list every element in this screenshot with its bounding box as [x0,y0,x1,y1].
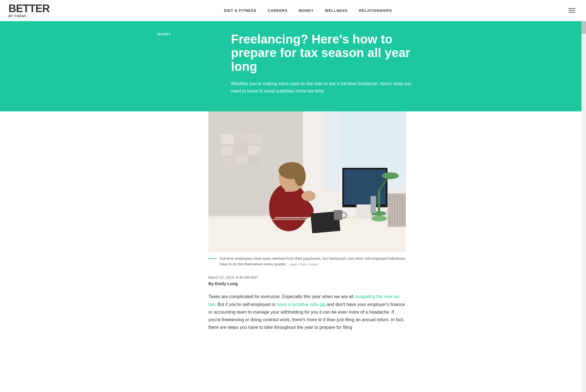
main-nav: DIET & FITNESS CAREERS MONEY WELLNESS RE… [224,8,392,13]
svg-rect-27 [378,190,380,213]
svg-point-31 [371,216,387,221]
article-left-column [135,111,208,348]
nav-diet-fitness[interactable]: DIET & FITNESS [224,8,256,13]
hero-right-column: Freelancing? Here's how to prepare for t… [231,32,428,94]
svg-rect-36 [391,195,393,226]
hamburger-menu[interactable] [566,6,578,15]
hamburger-line-3 [569,12,575,13]
nav-careers[interactable]: CAREERS [268,8,288,13]
hamburger-line-2 [569,10,575,11]
svg-rect-37 [394,195,396,226]
logo-by-today-text: by TODAY [8,14,50,18]
svg-rect-40 [402,195,403,226]
svg-rect-13 [249,157,259,164]
svg-rect-38 [396,195,398,226]
svg-point-21 [301,191,316,201]
svg-rect-43 [356,204,372,219]
nav-money[interactable]: MONEY [299,8,314,13]
article-title: Freelancing? Here's how to prepare for t… [231,32,428,73]
svg-point-26 [382,172,399,179]
body-text-2: . But if you're self-employed or [215,302,277,307]
svg-rect-44 [371,196,376,213]
logo[interactable]: BETTER by TODAY [8,3,50,18]
article-author: By Emily Long [208,281,406,286]
caption-line-decoration [208,258,217,259]
logo-better-text: BETTER [8,3,50,14]
body-link-side-gig[interactable]: have a lucrative side gig [277,302,325,307]
nav-relationships[interactable]: RELATIONSHIPS [359,8,392,13]
svg-rect-14 [208,216,406,252]
article-body-text: Taxes are complicated for everyone. Espe… [208,293,406,331]
article-main-content: Full-time employees have taxes withheld … [208,111,406,348]
svg-marker-3 [340,111,406,173]
svg-rect-39 [399,195,401,226]
svg-rect-35 [389,195,391,226]
svg-rect-11 [222,158,233,166]
svg-rect-7 [221,147,233,156]
hero-section: MONEY Freelancing? Here's how to prepare… [0,21,586,111]
image-credit-text: vgajic / Getty Images [289,263,318,266]
svg-rect-10 [248,146,260,154]
svg-rect-8 [235,145,246,153]
article-date: March 22, 2019, 8:40 AM MDT [208,275,406,279]
hero-left-column: MONEY [158,32,231,94]
image-caption-area: Full-time employees have taxes withheld … [208,252,406,272]
page: MONEY Freelancing? Here's how to prepare… [0,0,586,348]
svg-rect-12 [235,155,247,164]
body-text-1: Taxes are complicated for everyone. Espe… [208,294,354,299]
header: BETTER by TODAY DIET & FITNESS CAREERS M… [0,0,586,21]
svg-point-20 [294,166,306,186]
svg-rect-5 [221,134,234,144]
svg-rect-6 [236,133,247,141]
nav-wellness[interactable]: WELLNESS [325,8,347,13]
svg-rect-9 [249,134,261,143]
article-image-wrapper [208,111,406,252]
svg-rect-30 [272,219,317,220]
svg-rect-33 [334,210,342,220]
article-body: Full-time employees have taxes withheld … [124,111,462,348]
article-image [208,111,406,252]
breadcrumb: MONEY [158,32,231,36]
scrollbar[interactable] [581,0,586,348]
hamburger-line-1 [569,8,575,9]
svg-rect-41 [404,195,406,226]
article-subtitle: Whether you're making extra cash on the … [231,80,423,94]
